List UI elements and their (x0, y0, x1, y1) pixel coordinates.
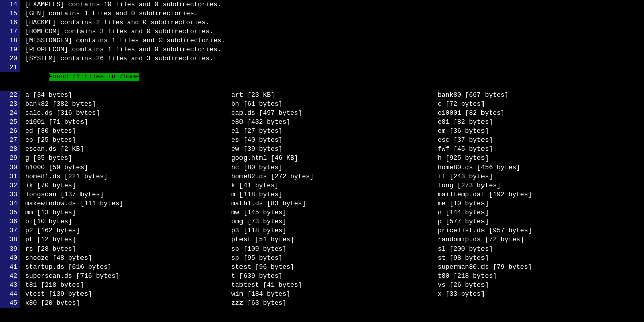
line-number: 31 (0, 172, 20, 181)
file-row: p2 [162 bytes]p3 [118 bytes]pricelist.ds… (20, 226, 644, 235)
line-number: 20 (0, 54, 20, 63)
line-32: 32ik [70 bytes]k [41 bytes]long [273 byt… (0, 181, 644, 190)
file-row: superscan.ds [716 bytes]t [639 bytes]t80… (20, 272, 644, 281)
file-col-2: em [36 bytes] (438, 127, 644, 136)
file-col-1: ew [39 bytes] (231, 145, 438, 154)
line-number: 29 (0, 154, 20, 163)
file-col-1: p3 [118 bytes] (231, 226, 438, 235)
file-col-2: mailtemp.dat [192 bytes] (438, 190, 644, 199)
file-col-0: x80 [20 bytes] (25, 299, 231, 308)
line-22: 22a [34 bytes]art [23 KB]bank80 [667 byt… (0, 91, 644, 100)
file-col-1: m [118 bytes] (231, 190, 438, 199)
file-col-0: makewindow.ds [111 bytes] (25, 199, 231, 208)
file-col-2: pricelist.ds [957 bytes] (438, 226, 644, 235)
line-33: 33longscan [137 bytes]m [118 bytes]mailt… (0, 190, 644, 199)
file-col-2: randomip.ds [72 bytes] (438, 235, 644, 245)
file-row: ik [70 bytes]k [41 bytes]long [273 bytes… (20, 181, 644, 190)
file-col-0: g [35 bytes] (25, 154, 231, 163)
file-col-0: snooze [48 bytes] (25, 254, 231, 263)
line-number: 42 (0, 272, 20, 281)
line-content: Found 71 files in /home (20, 63, 644, 91)
file-row: h1000 [59 bytes]hc [80 bytes]home80.ds [… (20, 163, 644, 172)
line-number: 22 (0, 91, 20, 100)
line-21: 21 Found 71 files in /home (0, 63, 644, 91)
file-row: t81 [218 bytes]tabtest [41 bytes]vs [26 … (20, 281, 644, 290)
file-col-0: a [34 bytes] (25, 91, 231, 100)
line-number: 18 (0, 36, 20, 45)
line-content: [MISSIONGEN] contains 1 files and 0 subd… (20, 36, 644, 45)
file-col-2: superman80.ds [79 bytes] (438, 263, 644, 272)
file-col-2: p [577 bytes] (438, 217, 644, 226)
line-30: 30h1000 [59 bytes]hc [80 bytes]home80.ds… (0, 163, 644, 172)
line-26: 26ed [30 bytes]el [27 bytes]em [36 bytes… (0, 127, 644, 136)
line-number: 16 (0, 18, 20, 27)
file-col-0: longscan [137 bytes] (25, 190, 231, 199)
file-col-2: esc [37 bytes] (438, 136, 644, 145)
line-number: 38 (0, 235, 20, 245)
file-col-0: ed [30 bytes] (25, 127, 231, 136)
line-number: 36 (0, 217, 20, 226)
file-col-1: math1.ds [83 bytes] (231, 199, 438, 208)
line-number: 25 (0, 118, 20, 127)
line-number: 40 (0, 254, 20, 263)
file-col-0: ep [25 bytes] (25, 136, 231, 145)
file-row: makewindow.ds [111 bytes]math1.ds [83 by… (20, 199, 644, 208)
found-files-highlight: Found 71 files in /home (49, 73, 139, 80)
file-col-0: e1001 [71 bytes] (25, 118, 231, 127)
line-34: 34makewindow.ds [111 bytes]math1.ds [83 … (0, 199, 644, 208)
file-row: x80 [20 bytes]zzz [63 bytes] (20, 299, 644, 308)
file-col-1: e80 [432 bytes] (231, 118, 438, 127)
file-col-2: c [72 bytes] (438, 100, 644, 109)
file-col-1: cap.ds [497 bytes] (231, 109, 438, 118)
file-col-2: e10001 [82 bytes] (438, 109, 644, 118)
file-col-2: me [10 bytes] (438, 199, 644, 208)
line-number: 14 (0, 0, 20, 9)
file-row: escan.ds [2 KB]ew [39 bytes]fwf [45 byte… (20, 145, 644, 154)
line-number: 30 (0, 163, 20, 172)
line-39: 39rs [28 bytes]sb [109 bytes]sl [200 byt… (0, 245, 644, 254)
file-row: o [10 bytes]omg [73 bytes]p [577 bytes] (20, 217, 644, 226)
file-col-2: n [144 bytes] (438, 208, 644, 217)
file-col-0: startup.ds [616 bytes] (25, 263, 231, 272)
file-listing: 22a [34 bytes]art [23 KB]bank80 [667 byt… (0, 91, 644, 308)
line-23: 23bank82 [382 bytes]bh [61 bytes]c [72 b… (0, 100, 644, 109)
file-col-1: mw [145 bytes] (231, 208, 438, 217)
file-col-1: bh [61 bytes] (231, 100, 438, 109)
line-29: 29g [35 bytes]goog.html [46 KB]h [925 by… (0, 154, 644, 163)
line-content: [HACKME] contains 2 files and 0 subdirec… (20, 18, 644, 27)
line-content: [GEN] contains 1 files and 0 subdirector… (20, 9, 644, 18)
file-row: vtest [139 bytes]win [184 bytes]x [33 by… (20, 290, 644, 299)
file-col-1: el [27 bytes] (231, 127, 438, 136)
line-number: 37 (0, 226, 20, 235)
file-col-2: home80.ds [456 bytes] (438, 163, 644, 172)
file-col-1: hc [80 bytes] (231, 163, 438, 172)
line-number: 17 (0, 27, 20, 36)
line-number: 27 (0, 136, 20, 145)
line-number: 45 (0, 299, 20, 308)
file-row: g [35 bytes]goog.html [46 KB]h [925 byte… (20, 154, 644, 163)
line-number: 24 (0, 109, 20, 118)
file-col-2: vs [26 bytes] (438, 281, 644, 290)
file-col-2: e81 [82 bytes] (438, 118, 644, 127)
file-row: snooze [48 bytes]sp [95 bytes]st [98 byt… (20, 254, 644, 263)
line-number: 44 (0, 290, 20, 299)
file-col-2: fwf [45 bytes] (438, 145, 644, 154)
file-col-1: tabtest [41 bytes] (231, 281, 438, 290)
file-col-1: omg [73 bytes] (231, 217, 438, 226)
file-row: pt [12 bytes]ptest [51 bytes]randomip.ds… (20, 235, 644, 245)
terminal: 14 [EXAMPLES] contains 10 files and 0 su… (0, 0, 644, 322)
file-col-0: ik [70 bytes] (25, 181, 231, 190)
line-number: 26 (0, 127, 20, 136)
file-col-1: k [41 bytes] (231, 181, 438, 190)
line-content: [HOMECOM] contains 3 files and 0 subdire… (20, 27, 644, 36)
line-content: [PEOPLECOM] contains 1 files and 0 subdi… (20, 45, 644, 54)
file-row: ep [25 bytes]es [40 bytes]esc [37 bytes] (20, 136, 644, 145)
line-15: 15 [GEN] contains 1 files and 0 subdirec… (0, 9, 644, 18)
file-col-1: stest [96 bytes] (231, 263, 438, 272)
file-col-1: home82.ds [272 bytes] (231, 172, 438, 181)
line-42: 42superscan.ds [716 bytes]t [639 bytes]t… (0, 272, 644, 281)
line-number: 21 (0, 63, 20, 72)
file-col-0: calc.ds [316 bytes] (25, 109, 231, 118)
line-41: 41startup.ds [616 bytes]stest [96 bytes]… (0, 263, 644, 272)
file-col-0: escan.ds [2 KB] (25, 145, 231, 154)
